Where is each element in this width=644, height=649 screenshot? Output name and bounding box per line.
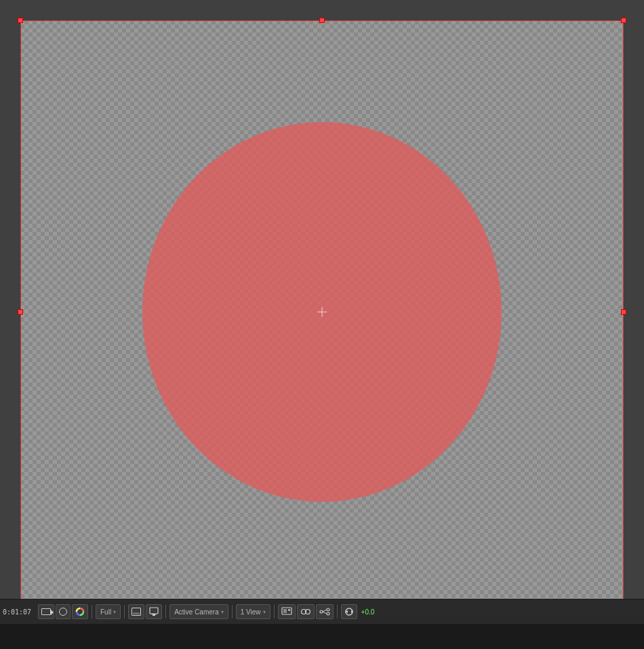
handle-top-left[interactable] [18,18,23,23]
svg-rect-5 [283,609,287,613]
compositing-icon [300,607,311,616]
render-sphere-icon [59,608,67,616]
view-count-dropdown[interactable]: 1 View ▾ [236,604,270,619]
svg-line-12 [323,610,327,612]
svg-rect-6 [288,609,290,611]
color-management-button[interactable] [72,604,88,619]
handle-middle-right[interactable] [621,309,626,315]
nodes-icon [319,607,330,616]
material-preview-button[interactable] [56,604,71,619]
svg-rect-2 [153,614,155,616]
render-result-icon [281,607,292,616]
active-camera-dropdown[interactable]: Active Camera ▾ [169,604,228,619]
object-center-crosshair [317,307,327,317]
display-mode-icon [149,607,159,616]
compositing-button[interactable] [297,604,315,619]
frame-offset-value[interactable]: +0.0 [359,608,378,616]
handle-top-middle[interactable] [319,18,325,23]
divider-4 [232,605,233,618]
view-mode-label: Full [100,608,111,616]
image-format-button[interactable] [128,604,144,619]
sync-button[interactable] [341,604,357,619]
camera-icon [41,608,51,615]
svg-point-11 [327,612,329,615]
camera-chevron-icon: ▾ [221,609,224,615]
divider-6 [337,605,338,618]
time-display: 0:01:07 [3,608,37,616]
sync-icon [344,607,354,616]
svg-rect-1 [150,608,158,614]
color-wheel-icon [75,607,85,616]
view-count-label: 1 View [241,608,261,616]
view-mode-dropdown[interactable]: Full ▾ [96,604,121,619]
viewport-container: 0:01:07 Full ▾ [0,0,644,624]
circle-object[interactable] [142,122,502,502]
chevron-down-icon: ▾ [113,609,116,615]
divider-1 [92,605,92,618]
image-icon [132,608,141,616]
nodes-button[interactable] [316,604,334,619]
divider-3 [165,605,166,618]
svg-rect-3 [151,614,157,614]
render-result-button[interactable] [278,604,296,619]
divider-5 [274,605,275,618]
handle-top-right[interactable] [621,18,626,23]
svg-line-13 [323,612,327,614]
viewport-toolbar: 0:01:07 Full ▾ [0,599,644,624]
view-count-chevron-icon: ▾ [263,609,266,615]
handle-middle-left[interactable] [18,309,23,315]
svg-point-9 [320,610,323,613]
camera-render-button[interactable] [38,604,54,619]
active-camera-label: Active Camera [174,608,219,616]
divider-2 [124,605,125,618]
svg-point-10 [327,608,329,611]
transparency-background [20,20,624,604]
display-mode-button[interactable] [146,604,162,619]
